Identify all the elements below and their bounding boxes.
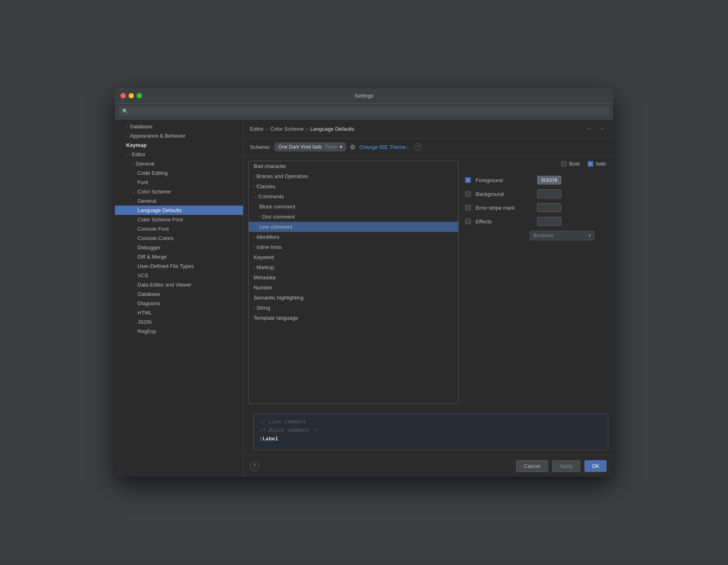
settings-dialog: Settings 🔍 › Database › Appearance & Beh… [115, 88, 613, 477]
ok-button[interactable]: OK [584, 460, 607, 472]
change-theme-link[interactable]: Change IDE Theme... [360, 144, 411, 150]
sidebar-item-general[interactable]: › General [115, 159, 243, 168]
scheme-name: One Dark Vivid Italic [278, 144, 322, 150]
sidebar-item-debugger[interactable]: Debugger [115, 243, 243, 252]
scheme-dropdown[interactable]: One Dark Vivid Italic Them ▾ [275, 142, 345, 151]
close-button[interactable] [121, 93, 126, 98]
tree-item-line-comment[interactable]: Line comment [249, 222, 458, 232]
preview-panel: // Line comment /* Block comment */ :Lab… [253, 414, 608, 450]
tree-item-string[interactable]: › String [249, 303, 458, 313]
foreground-row: Foreground 5C6370 [465, 173, 607, 187]
forward-button[interactable]: → [597, 124, 607, 133]
sidebar-item-console-font[interactable]: Console Font [115, 224, 243, 234]
effects-swatch[interactable] [537, 217, 561, 226]
tree-item-template[interactable]: Template language [249, 313, 458, 323]
error-stripe-checkbox[interactable] [465, 205, 471, 210]
scheme-label: Scheme: [250, 144, 271, 150]
tree-item-classes[interactable]: › Classes [249, 181, 458, 191]
scheme-gear-icon[interactable]: ⚙ [350, 143, 356, 151]
sidebar-item-data-editor[interactable]: Data Editor and Viewer [115, 280, 243, 289]
sidebar-item-cs-general[interactable]: General [115, 196, 243, 206]
sidebar-item-label: Debugger [138, 244, 161, 251]
effects-checkbox[interactable] [465, 219, 471, 224]
apply-button[interactable]: Apply [552, 460, 581, 472]
sidebar-item-label: Appearance & Behavior [130, 133, 185, 139]
sidebar-item-html[interactable]: HTML [115, 308, 243, 317]
sidebar-item-json[interactable]: JSON [115, 317, 243, 327]
foreground-swatch[interactable]: 5C6370 [537, 176, 561, 185]
right-panel: Editor › Color Scheme › Language Default… [243, 119, 613, 477]
tree-item-metadata[interactable]: Metadata [249, 272, 458, 282]
sidebar-item-database-top[interactable]: › Database [115, 122, 243, 131]
tree-item-keyword[interactable]: Keyword [249, 252, 458, 262]
error-stripe-label: Error stripe mark [476, 205, 532, 211]
tree-item-braces[interactable]: › Braces and Operators [249, 171, 458, 181]
sidebar-item-editor[interactable]: ⌄ Editor [115, 150, 243, 159]
sidebar-item-label: Data Editor and Viewer [138, 282, 191, 288]
sidebar-item-color-scheme-font[interactable]: Color Scheme Font [115, 215, 243, 224]
search-input[interactable] [131, 108, 606, 114]
sidebar-item-label: Console Colors [138, 235, 174, 241]
chevron-icon: › [126, 124, 127, 129]
sidebar-item-user-defined[interactable]: User-Defined File Types [115, 261, 243, 271]
sidebar-item-console-colors[interactable]: Console Colors [115, 234, 243, 243]
tree-item-block-comment[interactable]: Block comment [249, 202, 458, 212]
tree-item-semantic[interactable]: Semantic highlighting [249, 293, 458, 303]
tree-item-label: Braces and Operators [256, 173, 308, 179]
sidebar-item-label: HTML [138, 310, 152, 316]
sidebar-item-label: Diff & Merge [138, 254, 167, 260]
preview-line-2: /* Block comment */ [259, 427, 602, 435]
chevron-icon: › [254, 174, 255, 178]
sidebar-item-label: Code Editing [138, 170, 167, 176]
sidebar-item-vcs[interactable]: VCS [115, 271, 243, 280]
italic-label: Italic [596, 161, 607, 167]
sidebar-item-label: JSON [138, 319, 152, 325]
background-swatch[interactable] [537, 189, 561, 198]
chevron-icon: › [254, 184, 255, 189]
tree-item-comments[interactable]: ⌄ Comments [249, 191, 458, 202]
tree-item-inline-hints[interactable]: › Inline hints [249, 242, 458, 252]
bold-checkbox[interactable] [561, 161, 567, 167]
background-checkbox[interactable] [465, 191, 471, 197]
sidebar: › Database › Appearance & Behavior Keyma… [115, 119, 243, 477]
help-circle-button[interactable]: ? [250, 462, 259, 471]
tree-panel: Bad character › Braces and Operators › C… [248, 161, 459, 404]
tree-item-identifiers[interactable]: › Identifiers [249, 232, 458, 242]
tree-item-doc-comment[interactable]: › Doc comment [249, 212, 458, 222]
sidebar-item-keymap[interactable]: Keymap [115, 140, 243, 150]
sidebar-item-label: Diagrams [138, 300, 160, 306]
sidebar-item-label: User-Defined File Types [138, 263, 194, 269]
foreground-checkbox[interactable] [465, 177, 471, 183]
main-content: › Database › Appearance & Behavior Keyma… [115, 119, 613, 477]
effects-row: Effects [465, 215, 607, 228]
chevron-down-icon: ▾ [340, 144, 342, 150]
sidebar-item-language-defaults[interactable]: Language Defaults [115, 206, 243, 215]
tree-item-markup[interactable]: › Markup [249, 262, 458, 272]
preview-container: // Line comment /* Block comment */ :Lab… [243, 409, 613, 455]
error-stripe-swatch[interactable] [537, 203, 561, 212]
sidebar-item-diff-merge[interactable]: Diff & Merge [115, 252, 243, 261]
foreground-label: Foreground [476, 177, 532, 183]
minimize-button[interactable] [129, 93, 134, 98]
sidebar-item-label: General [138, 198, 156, 204]
tree-item-label: Keyword [254, 254, 274, 260]
search-wrap: 🔍 [119, 107, 609, 116]
cancel-button[interactable]: Cancel [516, 460, 548, 472]
sidebar-item-regexp[interactable]: RegExp [115, 327, 243, 336]
back-button[interactable]: ← [585, 124, 595, 133]
sidebar-item-appearance[interactable]: › Appearance & Behavior [115, 131, 243, 140]
sidebar-item-label: Keymap [126, 142, 147, 148]
breadcrumb-bar: Editor › Color Scheme › Language Default… [243, 119, 613, 138]
sidebar-item-code-editing[interactable]: Code Editing [115, 168, 243, 178]
sidebar-item-color-scheme[interactable]: ⌄ Color Scheme [115, 187, 243, 196]
help-button[interactable]: ? [414, 143, 421, 151]
sidebar-item-diagrams[interactable]: Diagrams [115, 299, 243, 308]
sidebar-item-font[interactable]: Font [115, 178, 243, 187]
font-properties: Bold Italic [465, 161, 607, 167]
italic-checkbox[interactable] [588, 161, 593, 167]
sidebar-item-database[interactable]: Database [115, 289, 243, 299]
tree-item-bad-character[interactable]: Bad character [249, 161, 458, 171]
effects-dropdown[interactable]: Bordered ▾ [530, 231, 595, 240]
tree-item-number[interactable]: Number [249, 282, 458, 293]
maximize-button[interactable] [137, 93, 142, 98]
